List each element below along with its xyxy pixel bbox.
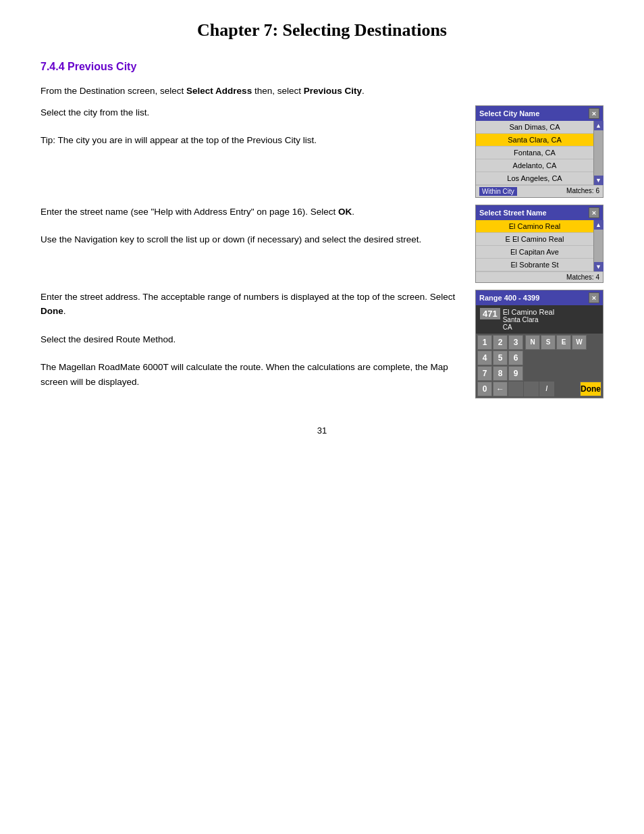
number-range-label: Range 400 - 4399 (479, 294, 539, 302)
scroll-down-button[interactable]: ▼ (594, 176, 603, 185)
key-2[interactable]: 2 (493, 335, 508, 350)
street-footer-matches: Matches: 4 (566, 273, 599, 281)
number-widget-close[interactable]: × (589, 292, 599, 303)
key-0[interactable]: 0 (477, 382, 492, 396)
address-number-display: 471 (480, 308, 500, 319)
key-dot[interactable] (524, 382, 539, 396)
section-title-text: Previous City (68, 61, 136, 72)
key-8[interactable]: 8 (493, 366, 508, 381)
paragraph-4: Enter the street name (see "Help with Ad… (41, 205, 462, 219)
street-widget-close[interactable]: × (589, 207, 599, 218)
key-5[interactable]: 5 (493, 350, 508, 365)
street-list-container: El Camino Real E El Camino Real El Capit… (476, 220, 603, 271)
street-widget-header: Select Street Name × (476, 205, 603, 220)
paragraph-5: Use the Navigation key to scroll the lis… (41, 232, 462, 247)
key-3[interactable]: 3 (508, 335, 523, 350)
list-item[interactable]: El Capitan Ave (476, 246, 593, 259)
key-dash[interactable] (508, 382, 523, 396)
paragraph-3: Tip: The city you are in will appear at … (41, 133, 462, 148)
street-scrollbar: ▲ ▼ (593, 220, 603, 271)
key-1[interactable]: 1 (477, 335, 492, 350)
list-item[interactable]: San Dimas, CA (476, 121, 593, 134)
paragraph-1: From the Destination screen, select Sele… (41, 84, 603, 99)
list-item[interactable]: El Sobrante St (476, 259, 593, 271)
list-item[interactable]: El Camino Real (476, 220, 593, 233)
paragraph-2: Select the city from the list. (41, 105, 462, 120)
paragraph-7: Select the desired Route Method. (41, 332, 462, 347)
page-number: 31 (41, 425, 603, 436)
address-city-display: Santa Clara (503, 316, 554, 323)
city-widget-close[interactable]: × (589, 108, 599, 119)
list-item[interactable]: Fontana, CA (476, 147, 593, 159)
key-9[interactable]: 9 (508, 366, 523, 381)
key-6[interactable]: 6 (508, 350, 523, 365)
street-list: El Camino Real E El Camino Real El Capit… (476, 220, 593, 271)
street-select-widget: Select Street Name × El Camino Real E El… (475, 205, 603, 283)
scroll-up-button[interactable]: ▲ (594, 121, 603, 130)
list-item[interactable]: E El Camino Real (476, 233, 593, 246)
list-item[interactable]: Adelanto, CA (476, 159, 593, 172)
section-heading: 7.4.4 Previous City (41, 61, 603, 73)
key-4[interactable]: 4 (477, 350, 492, 365)
key-slash[interactable]: / (539, 382, 554, 396)
paragraph-8: The Magellan RoadMate 6000T will calcula… (41, 360, 462, 389)
scroll-up-button[interactable]: ▲ (594, 220, 603, 230)
chapter-title: Chapter 7: Selecting Destinations (41, 20, 603, 41)
city-list: San Dimas, CA Santa Clara, CA Fontana, C… (476, 121, 593, 185)
key-N[interactable]: N (525, 335, 540, 350)
address-street-display: El Camino Real (503, 308, 554, 316)
city-select-widget: Select City Name × San Dimas, CA Santa C… (475, 105, 603, 198)
key-S[interactable]: S (541, 335, 556, 350)
city-widget-title: Select City Name (479, 109, 539, 118)
city-footer-left: Within City (479, 187, 517, 196)
key-W[interactable]: W (572, 335, 587, 350)
street-footer: Matches: 4 (476, 271, 603, 282)
number-entry-widget: Range 400 - 4399 × 471 El Camino Real Sa… (475, 290, 603, 398)
address-display: 471 El Camino Real Santa Clara CA (476, 305, 603, 334)
section-number: 7.4.4 (41, 61, 65, 72)
street-widget-title: Select Street Name (479, 209, 547, 217)
key-backspace[interactable]: ← (493, 382, 508, 396)
address-state-display: CA (503, 323, 554, 331)
number-widget-header: Range 400 - 4399 × (476, 290, 603, 305)
scroll-down-button[interactable]: ▼ (594, 262, 603, 271)
city-footer-right: Matches: 6 (566, 187, 599, 196)
list-item[interactable]: Santa Clara, CA (476, 134, 593, 147)
city-scrollbar: ▲ ▼ (593, 121, 603, 185)
paragraph-6: Enter the street address. The acceptable… (41, 290, 462, 319)
list-item[interactable]: Los Angeles, CA (476, 172, 593, 185)
key-E[interactable]: E (556, 335, 571, 350)
city-list-container: San Dimas, CA Santa Clara, CA Fontana, C… (476, 121, 603, 185)
city-widget-header: Select City Name × (476, 106, 603, 121)
city-footer: Within City Matches: 6 (476, 185, 603, 197)
done-button[interactable]: Done (580, 382, 601, 396)
key-7[interactable]: 7 (477, 366, 492, 381)
